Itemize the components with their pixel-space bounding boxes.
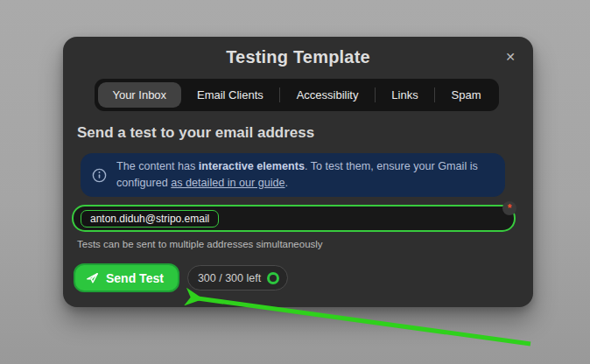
- required-asterisk: *: [502, 201, 516, 215]
- tab-your-inbox[interactable]: Your Inbox: [98, 82, 181, 108]
- recipient-email-input[interactable]: anton.diduh@stripo.email *: [72, 205, 516, 232]
- testing-tabbar: Your Inbox Email Clients Accessibility L…: [95, 79, 499, 111]
- info-banner: The content has interactive elements. To…: [81, 153, 505, 197]
- paper-plane-icon: [85, 270, 100, 285]
- tab-divider: [375, 88, 376, 102]
- test-quota-badge: 300 / 300 left: [187, 265, 288, 290]
- info-circle-icon: [92, 168, 107, 183]
- send-test-button[interactable]: Send Test: [74, 263, 179, 292]
- action-row: Send Test 300 / 300 left: [74, 263, 288, 292]
- close-icon[interactable]: ✕: [502, 48, 519, 66]
- info-text-bold: interactive elements: [199, 160, 305, 172]
- testing-template-modal: Testing Template ✕ Your Inbox Email Clie…: [63, 37, 533, 307]
- guide-link[interactable]: as detailed in our guide: [171, 177, 284, 189]
- section-heading: Send a test to your email address: [77, 124, 314, 142]
- multiple-addresses-hint: Tests can be sent to multiple addresses …: [77, 239, 323, 249]
- tab-divider: [279, 88, 280, 102]
- quota-ring-icon: [267, 272, 279, 284]
- email-address-chip[interactable]: anton.diduh@stripo.email: [81, 210, 219, 228]
- tab-spam[interactable]: Spam: [437, 82, 495, 108]
- info-banner-text: The content has interactive elements. To…: [116, 158, 493, 191]
- tab-email-clients[interactable]: Email Clients: [183, 82, 278, 108]
- quota-label: 300 / 300 left: [198, 272, 261, 284]
- send-test-label: Send Test: [106, 271, 164, 285]
- tab-accessibility[interactable]: Accessibility: [282, 82, 373, 108]
- info-text-segment: .: [285, 177, 289, 189]
- info-text-segment: The content has: [116, 160, 199, 172]
- tab-links[interactable]: Links: [377, 82, 432, 108]
- modal-title: Testing Template: [63, 47, 533, 67]
- tab-divider: [434, 88, 435, 102]
